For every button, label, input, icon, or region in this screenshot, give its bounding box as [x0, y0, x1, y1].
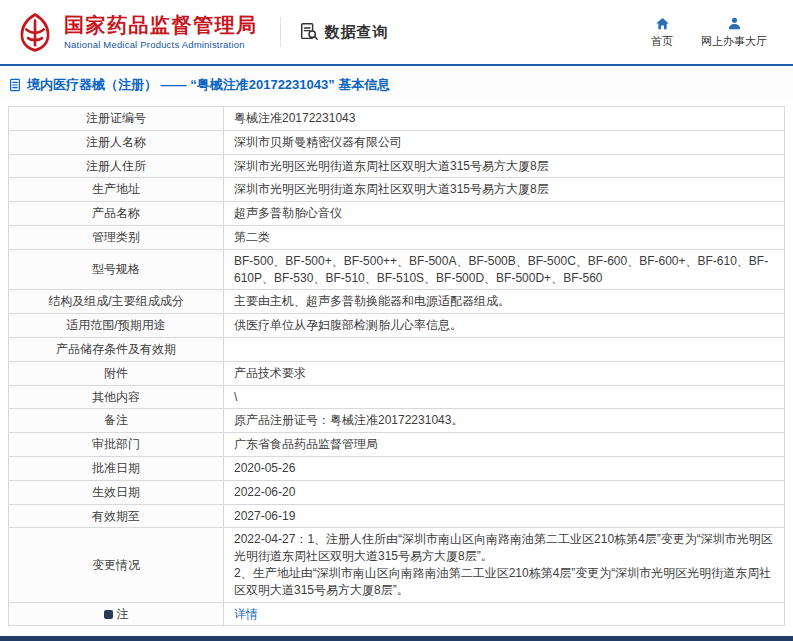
row-label: 其他内容 — [9, 385, 224, 409]
page: 国家药品监督管理局 National Medical Products Admi… — [0, 0, 793, 626]
detail-link[interactable]: 详情 — [234, 607, 258, 621]
row-label: 附件 — [9, 361, 224, 385]
row-value: 深圳市光明区光明街道东周社区双明大道315号易方大厦8层 — [224, 154, 785, 178]
row-value: BF-500、BF-500+、BF-500++、BF-500A、BF-500B、… — [224, 249, 785, 290]
row-label: 备注 — [9, 409, 224, 433]
nav-service-hall-label: 网上办事大厅 — [701, 34, 767, 49]
row-value: 深圳市贝斯曼精密仪器有限公司 — [224, 130, 785, 154]
footer-strip — [0, 636, 793, 641]
row-label: 结构及组成/主要组成成分 — [9, 290, 224, 314]
table-row: 附件 产品技术要求 — [9, 361, 785, 385]
brand-text: 国家药品监督管理局 National Medical Products Admi… — [64, 14, 258, 50]
row-label: 审批部门 — [9, 433, 224, 457]
note-icon — [104, 610, 113, 619]
row-value: 主要由主机、超声多普勒换能器和电源适配器组成。 — [224, 290, 785, 314]
table-row: 产品名称 超声多普勒胎心音仪 — [9, 202, 785, 226]
nav-home-label: 首页 — [651, 34, 673, 49]
row-value — [224, 337, 785, 361]
row-value: 超声多普勒胎心音仪 — [224, 202, 785, 226]
table-row: 注册人名称 深圳市贝斯曼精密仪器有限公司 — [9, 130, 785, 154]
header-divider — [280, 17, 281, 47]
row-label: 有效期至 — [9, 504, 224, 528]
top-nav: 首页 网上办事大厅 — [651, 16, 767, 49]
row-value: 2020-05-26 — [224, 456, 785, 480]
data-query-title: 数据查询 — [325, 23, 389, 42]
table-row: 备注 原产品注册证号：粤械注准20172231043。 — [9, 409, 785, 433]
table-row: 适用范围/预期用途 供医疗单位从孕妇腹部检测胎儿心率信息。 — [9, 314, 785, 338]
data-query-section[interactable]: 数据查询 — [299, 22, 389, 42]
row-label: 变更情况 — [9, 528, 224, 602]
nav-service-hall[interactable]: 网上办事大厅 — [701, 16, 767, 49]
table-row: 有效期至 2027-06-19 — [9, 504, 785, 528]
brand[interactable]: 国家药品监督管理局 National Medical Products Admi… — [14, 11, 258, 53]
table-row: 管理类别 第二类 — [9, 225, 785, 249]
table-row: 其他内容 \ — [9, 385, 785, 409]
table-row: 注册证编号 粤械注准20172231043 — [9, 107, 785, 131]
table-row: 变更情况 2022-04-27：1、注册人住所由“深圳市南山区向南路南油第二工业… — [9, 528, 785, 602]
site-header: 国家药品监督管理局 National Medical Products Admi… — [0, 0, 793, 64]
row-value: 2022-06-20 — [224, 480, 785, 504]
org-name-cn: 国家药品监督管理局 — [64, 14, 258, 36]
row-label: 注 — [9, 602, 224, 626]
table-row: 结构及组成/主要组成成分 主要由主机、超声多普勒换能器和电源适配器组成。 — [9, 290, 785, 314]
row-value: 第二类 — [224, 225, 785, 249]
row-value: 产品技术要求 — [224, 361, 785, 385]
nmpa-emblem-icon — [14, 11, 56, 53]
row-value: \ — [224, 385, 785, 409]
row-label: 注册人住所 — [9, 154, 224, 178]
row-value: 原产品注册证号：粤械注准20172231043。 — [224, 409, 785, 433]
document-search-icon — [299, 22, 319, 42]
row-label: 产品名称 — [9, 202, 224, 226]
person-icon — [727, 16, 742, 31]
breadcrumb: 境内医疗器械（注册） —— “粤械注准20172231043” 基本信息 — [0, 66, 793, 101]
row-label: 产品储存条件及有效期 — [9, 337, 224, 361]
row-label: 注册人名称 — [9, 130, 224, 154]
table-row: 批准日期 2020-05-26 — [9, 456, 785, 480]
table-row: 注册人住所 深圳市光明区光明街道东周社区双明大道315号易方大厦8层 — [9, 154, 785, 178]
row-label: 型号规格 — [9, 249, 224, 290]
table-row: 注 详情 — [9, 602, 785, 626]
nav-home[interactable]: 首页 — [651, 16, 673, 49]
org-name-en: National Medical Products Administration — [64, 39, 258, 50]
row-value: 2022-04-27：1、注册人住所由“深圳市南山区向南路南油第二工业区210栋… — [224, 528, 785, 602]
table-row: 生产地址 深圳市光明区光明街道东周社区双明大道315号易方大厦8层 — [9, 178, 785, 202]
row-label: 批准日期 — [9, 456, 224, 480]
row-value: 深圳市光明区光明街道东周社区双明大道315号易方大厦8层 — [224, 178, 785, 202]
row-label: 注册证编号 — [9, 107, 224, 131]
row-value: 粤械注准20172231043 — [224, 107, 785, 131]
table-row: 审批部门 广东省食品药品监督管理局 — [9, 433, 785, 457]
table-row: 型号规格 BF-500、BF-500+、BF-500++、BF-500A、BF-… — [9, 249, 785, 290]
row-value: 详情 — [224, 602, 785, 626]
table-row: 生效日期 2022-06-20 — [9, 480, 785, 504]
row-label: 管理类别 — [9, 225, 224, 249]
page-title: 境内医疗器械（注册） —— “粤械注准20172231043” 基本信息 — [27, 76, 390, 94]
row-label: 生效日期 — [9, 480, 224, 504]
row-label: 适用范围/预期用途 — [9, 314, 224, 338]
row-label-text: 注 — [117, 607, 129, 621]
document-icon — [8, 78, 22, 92]
row-label: 生产地址 — [9, 178, 224, 202]
row-value: 广东省食品药品监督管理局 — [224, 433, 785, 457]
info-table: 注册证编号 粤械注准20172231043 注册人名称 深圳市贝斯曼精密仪器有限… — [8, 106, 785, 626]
row-value: 2027-06-19 — [224, 504, 785, 528]
row-value: 供医疗单位从孕妇腹部检测胎儿心率信息。 — [224, 314, 785, 338]
home-icon — [655, 16, 670, 31]
table-row: 产品储存条件及有效期 — [9, 337, 785, 361]
